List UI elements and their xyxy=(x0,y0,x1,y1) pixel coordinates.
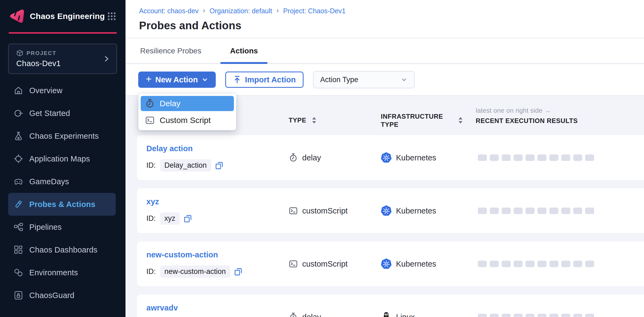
execution-result-placeholder xyxy=(478,314,487,317)
lock-shield-icon xyxy=(14,290,23,300)
sidebar-item-application-maps[interactable]: Application Maps xyxy=(8,147,116,170)
execution-result-placeholder xyxy=(561,154,570,161)
sort-icon[interactable] xyxy=(312,117,317,124)
sidebar-item-probes-actions[interactable]: Probes & Actions xyxy=(8,193,116,216)
sidebar-item-overview[interactable]: Overview xyxy=(8,79,116,102)
sidebar: Chaos Engineering PROJECT Chaos-Dev1 xyxy=(0,0,125,317)
hexagons-icon xyxy=(14,268,23,277)
infrastructure-cell: Linux xyxy=(381,295,415,317)
breadcrumb-account-link[interactable]: Account: chaos-dev xyxy=(139,7,199,15)
table-row: new-custom-action ID: new-custom-action xyxy=(137,241,644,286)
infrastructure-cell: Kubernetes xyxy=(381,241,436,286)
results-hint: latest one on right side → xyxy=(476,107,578,114)
project-label: PROJECT xyxy=(27,50,56,56)
flask-icon xyxy=(14,131,23,141)
terminal-icon xyxy=(289,206,298,215)
execution-result-placeholder xyxy=(478,154,487,161)
breadcrumb: Account: chaos-dev › Organization: defau… xyxy=(139,7,644,15)
breadcrumb-project-link[interactable]: Project: Chaos-Dev1 xyxy=(283,7,346,15)
execution-result-placeholder xyxy=(526,314,534,317)
action-name-link[interactable]: Delay action xyxy=(146,144,193,153)
action-name-link[interactable]: xyz xyxy=(146,197,159,206)
sidebar-item-gamedays[interactable]: GameDays xyxy=(8,170,116,193)
execution-result-placeholder xyxy=(561,208,570,214)
execution-result-placeholder xyxy=(502,314,511,317)
breadcrumb-separator: › xyxy=(276,6,279,15)
execution-result-placeholder xyxy=(573,314,582,317)
action-id-line: ID: new-custom-action xyxy=(146,266,243,278)
sidebar-item-chaos-dashboards[interactable]: Chaos Dashboards xyxy=(8,238,116,261)
action-name-link[interactable]: new-custom-action xyxy=(146,250,218,259)
app-window: Chaos Engineering PROJECT Chaos-Dev1 xyxy=(0,0,644,317)
tab-resilience-probes[interactable]: Resilience Probes xyxy=(137,38,204,63)
menu-item-custom-script[interactable]: Custom Script xyxy=(141,113,234,128)
execution-result-placeholder xyxy=(549,154,558,161)
action-id-line: ID: Delay_action xyxy=(146,159,224,172)
table-row: awrvadv delay xyxy=(137,295,644,317)
pipelines-icon xyxy=(14,222,23,232)
sidebar-item-chaos-experiments[interactable]: Chaos Experiments xyxy=(8,125,116,147)
project-name: Chaos-Dev1 xyxy=(16,59,61,68)
terminal-icon xyxy=(145,115,155,125)
import-icon xyxy=(233,75,241,84)
terminal-icon xyxy=(289,259,298,269)
column-header-recent-execution-results: latest one on right side → RECENT EXECUT… xyxy=(476,107,578,125)
copy-icon[interactable] xyxy=(215,161,224,170)
infrastructure-cell: Kubernetes xyxy=(381,135,436,180)
app-title: Chaos Engineering xyxy=(30,12,105,21)
dashboards-icon xyxy=(14,245,23,255)
chevron-right-icon xyxy=(103,55,110,62)
breadcrumb-organization-link[interactable]: Organization: default xyxy=(210,7,272,15)
action-id-value: new-custom-action xyxy=(160,266,230,278)
test-tube-icon xyxy=(14,199,23,209)
infrastructure-cell: Kubernetes xyxy=(381,188,436,233)
toolbar: + New Action Import Action Action Type xyxy=(125,64,644,96)
column-header-infrastructure-type: INFRASTRUCTURE TYPE xyxy=(381,112,458,129)
app-grid-icon[interactable] xyxy=(107,12,116,21)
execution-result-placeholder xyxy=(490,208,499,214)
import-action-button[interactable]: Import Action xyxy=(225,72,304,88)
action-type-cell: delay xyxy=(289,295,321,317)
chevron-down-icon xyxy=(202,76,208,83)
harness-logo-icon xyxy=(9,8,24,24)
stopwatch-icon xyxy=(289,153,298,162)
get-started-icon xyxy=(14,108,23,118)
execution-result-placeholder xyxy=(490,154,499,161)
execution-result-placeholder xyxy=(537,208,546,214)
action-type-select[interactable]: Action Type xyxy=(313,71,415,88)
recent-execution-results xyxy=(478,135,594,180)
gamepad-icon xyxy=(14,177,23,186)
menu-item-delay[interactable]: Delay xyxy=(141,96,234,111)
action-type-cell: customScript xyxy=(289,188,348,233)
linux-icon xyxy=(381,312,392,317)
execution-result-placeholder xyxy=(478,261,487,267)
action-type-cell: delay xyxy=(289,135,321,180)
kubernetes-icon xyxy=(381,205,392,216)
breadcrumb-separator: › xyxy=(203,6,205,15)
execution-result-placeholder xyxy=(549,261,558,267)
execution-result-placeholder xyxy=(573,208,582,214)
sidebar-header: Chaos Engineering xyxy=(0,0,125,32)
sidebar-item-environments[interactable]: Environments xyxy=(8,261,116,284)
chevron-down-icon xyxy=(401,76,408,83)
new-action-button[interactable]: + New Action xyxy=(138,72,216,88)
project-selector[interactable]: PROJECT Chaos-Dev1 xyxy=(8,44,117,74)
action-name-link[interactable]: awrvadv xyxy=(146,303,178,312)
sort-icon[interactable] xyxy=(458,117,463,124)
execution-result-placeholder xyxy=(573,261,582,267)
column-header-type: TYPE xyxy=(289,117,317,124)
copy-icon[interactable] xyxy=(234,267,243,276)
sidebar-item-pipelines[interactable]: Pipelines xyxy=(8,216,116,238)
execution-result-placeholder xyxy=(585,154,594,161)
execution-result-placeholder xyxy=(537,314,546,317)
copy-icon[interactable] xyxy=(183,214,192,223)
execution-result-placeholder xyxy=(585,208,594,214)
execution-result-placeholder xyxy=(502,208,511,214)
recent-execution-results xyxy=(478,241,594,286)
tab-actions[interactable]: Actions xyxy=(220,38,268,63)
sidebar-item-get-started[interactable]: Get Started xyxy=(8,102,116,125)
execution-result-placeholder xyxy=(502,261,511,267)
execution-result-placeholder xyxy=(549,314,558,317)
sidebar-item-chaosguard[interactable]: ChaosGuard xyxy=(8,284,116,307)
execution-result-placeholder xyxy=(502,154,511,161)
